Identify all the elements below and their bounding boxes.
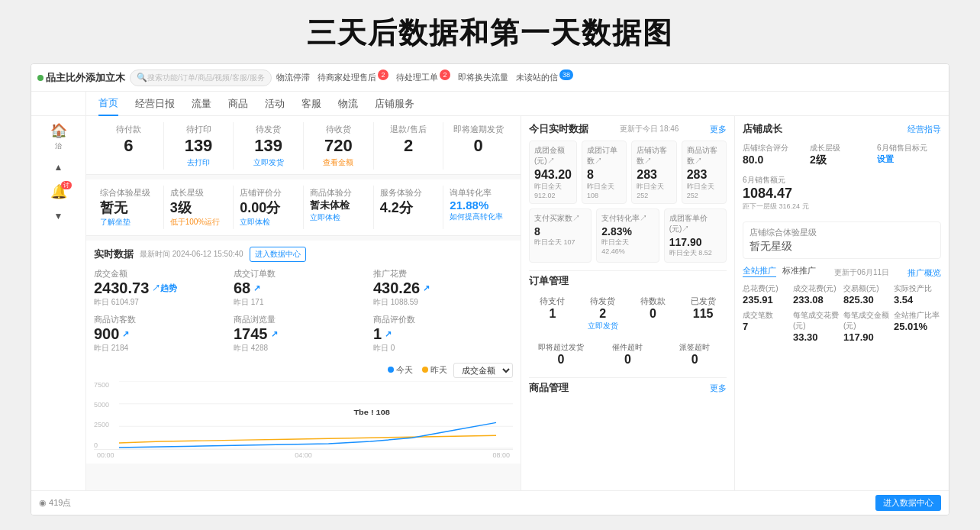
today-metrics-row2: 支付买家数↗ 8 昨日全天 107 支付转化率↗ 2.83% 昨日全天 42.4… — [529, 208, 727, 263]
metric-link[interactable]: ↗趋势 — [152, 283, 177, 294]
promo-metric-r2-0: 成交笔数 7 — [743, 310, 790, 343]
realtime-title: 实时数据 — [94, 247, 134, 261]
nav-item-logistics[interactable]: 物流停滞 — [276, 72, 310, 83]
stat-link[interactable]: 去打印 — [187, 157, 210, 168]
today-time: 更新于今日 18:46 — [620, 124, 679, 134]
metric-value: 1 ↗ — [373, 325, 513, 343]
chart-xaxis: 00:00 04:00 08:00 — [94, 451, 513, 459]
order-item-overtime-0: 即将超过发货 0 — [529, 339, 593, 370]
enter-data-center-button[interactable]: 进入数据中心 — [250, 247, 306, 262]
nav-item-aftersale[interactable]: 待商家处理售后 2 — [318, 72, 388, 83]
store-metric-sales: 6月销售额元 1084.47 距下一层级 316.24 元 — [743, 173, 941, 214]
metric-link[interactable]: ↗ — [271, 329, 278, 339]
tab-shipping[interactable]: 物流 — [338, 92, 358, 116]
today-metric-0: 成团金额(元)↗ 943.20 昨日全天 912.02 — [529, 141, 577, 204]
second-nav: 首页 经营日报 流量 商品 活动 客服 物流 店铺服务 — [31, 92, 949, 116]
stats-row: 待付款 6 待打印 139 去打印 待发货 139 立即发货 待收货 720 — [86, 116, 521, 175]
info-sub[interactable]: 低于100%运行 — [170, 217, 227, 228]
product-title: 商品管理 — [529, 381, 569, 395]
stat-value: 0 — [474, 135, 483, 157]
info-value: 暂无 — [100, 199, 157, 217]
chevron-up-icon: ▲ — [54, 162, 63, 173]
promo-link[interactable]: 推广概览 — [907, 267, 941, 279]
info-sub[interactable]: 如何提高转化率 — [450, 212, 507, 222]
sidebar-item-expand-1[interactable]: ▲ — [54, 162, 63, 173]
right-main: 今日实时数据 更新于今日 18:46 更多 成团金额(元)↗ 943.20 昨日… — [521, 116, 735, 490]
bottom-action-button[interactable]: 进入数据中心 — [875, 495, 941, 511]
nav-item-traffic[interactable]: 即将换失流量 — [458, 72, 508, 83]
stat-value: 139 — [254, 135, 282, 157]
sidebar-item-home[interactable]: 🏠 治 — [50, 122, 67, 151]
status-dot — [37, 75, 44, 81]
nav-item-label: 待处理工单 — [396, 72, 438, 83]
info-sub[interactable]: 了解坐垫 — [100, 217, 157, 228]
stat-label: 待打印 — [186, 124, 211, 135]
tab-traffic[interactable]: 流量 — [192, 92, 211, 116]
today-metric-sm-1: 支付转化率↗ 2.83% 昨日全天 42.46% — [596, 208, 659, 263]
metric-visitors: 商品访客数 900 ↗ 昨日 2184 — [94, 314, 234, 354]
info-product-score: 商品体验分 暂未体检 立即体检 — [304, 186, 374, 229]
stat-label: 待发货 — [256, 124, 281, 135]
metric-label: 成交订单数 — [234, 268, 373, 280]
promo-header: 全站推广 标准推广 更新于06月11日 推广概览 — [743, 265, 941, 280]
today-title: 今日实时数据 — [529, 122, 588, 136]
metric-sub: 昨日 171 — [234, 297, 373, 308]
stat-value: 720 — [324, 135, 353, 157]
store-growth-link[interactable]: 经营指导 — [907, 124, 941, 135]
stat-value: 6 — [124, 135, 133, 157]
today-metric-sm-2: 成团客单价(元)↗ 117.90 昨日全天 8.52 — [664, 208, 727, 263]
chart-select[interactable]: 成交金额 — [453, 363, 513, 378]
search-bar[interactable]: 🔍 搜索功能/订单/商品/视频/客服/服务 — [130, 69, 272, 86]
info-sub[interactable]: 立即体检 — [310, 212, 367, 223]
search-placeholder: 搜索功能/订单/商品/视频/客服/服务 — [147, 73, 265, 83]
today-more[interactable]: 更多 — [710, 124, 727, 135]
realtime-time: 最新时间 2024-06-12 15:50:40 — [140, 249, 243, 260]
tab-home[interactable]: 首页 — [98, 92, 118, 116]
store-growth-title: 店铺成长 — [743, 122, 782, 136]
tab-store-service[interactable]: 店铺服务 — [375, 92, 414, 116]
info-value: 4.2分 — [380, 199, 437, 217]
metric-label: 商品访客数 — [94, 314, 234, 325]
today-header: 今日实时数据 更新于今日 18:46 更多 — [529, 122, 727, 136]
bottom-section: ◉ 419点 进入数据中心 — [31, 490, 949, 515]
order-header: 订单管理 — [529, 274, 727, 288]
nav-item-workorder[interactable]: 待处理工单 2 — [396, 72, 450, 83]
metric-link[interactable]: ↗ — [253, 283, 260, 293]
tab-product[interactable]: 商品 — [228, 92, 248, 116]
stat-link[interactable]: 查看金额 — [323, 157, 353, 168]
right-content: 今日实时数据 更新于今日 18:46 更多 成团金额(元)↗ 943.20 昨日… — [521, 116, 949, 490]
today-metrics-row1: 成团金额(元)↗ 943.20 昨日全天 912.02 成团订单数↗ 8 昨日全… — [529, 141, 727, 204]
tab-activity[interactable]: 活动 — [265, 92, 285, 116]
product-more[interactable]: 更多 — [710, 383, 727, 394]
sidebar-item-notif[interactable]: 🔔 讨 — [50, 183, 67, 200]
metric-adspend: 推广花费 430.26 ↗ 昨日 1088.59 — [373, 268, 513, 308]
legend-dot-today — [388, 367, 394, 373]
tab-service[interactable]: 客服 — [301, 92, 321, 116]
metric-link[interactable]: ↗ — [385, 329, 392, 339]
promo-tab-standard[interactable]: 标准推广 — [782, 265, 816, 277]
metric-link[interactable]: ↗ — [423, 283, 430, 293]
today-metric-3: 商品访客数↗ 283 昨日全天 252 — [682, 141, 727, 204]
info-sub[interactable]: 立即体检 — [240, 217, 297, 228]
legend-yesterday: 昨天 — [422, 364, 447, 376]
info-label: 成长星级 — [170, 187, 227, 199]
store-metrics-row2: 6月销售额元 1084.47 距下一层级 316.24 元 — [743, 173, 941, 214]
metric-value: 2430.73 ↗趋势 — [94, 280, 234, 297]
stat-link[interactable]: 立即发货 — [253, 157, 284, 168]
nav-item-msg[interactable]: 未读站的信 38 — [516, 72, 573, 83]
info-row: 综合体验星级 暂无 了解坐垫 成长星级 3级 低于100%运行 店铺评价分 0.… — [86, 179, 521, 236]
promo-tab-all[interactable]: 全站推广 — [743, 265, 776, 277]
sidebar-item-expand-2[interactable]: ▼ — [54, 211, 63, 221]
stat-value: 2 — [404, 135, 413, 157]
left-panel-nav — [31, 92, 86, 115]
metric-link[interactable]: ↗ — [122, 329, 129, 339]
info-label: 综合体验星级 — [100, 187, 157, 199]
stat-pending-ship: 待发货 139 立即发货 — [234, 122, 304, 170]
info-experience: 综合体验星级 暂无 了解坐垫 — [94, 186, 164, 229]
realtime-metrics-row2: 商品访客数 900 ↗ 昨日 2184 商品浏览量 1745 ↗ 昨 — [94, 314, 513, 354]
tab-daily[interactable]: 经营日报 — [135, 92, 175, 116]
metric-sub: 昨日 2184 — [94, 343, 234, 354]
top-nav: 品主比外添加立木 🔍 搜索功能/订单/商品/视频/客服/服务 物流停滞 待商家处… — [31, 64, 949, 92]
order-grid: 待支付 1 待发货 2 立即发货 待数款 0 已 — [529, 292, 727, 334]
product-section: 商品管理 更多 — [529, 381, 727, 395]
